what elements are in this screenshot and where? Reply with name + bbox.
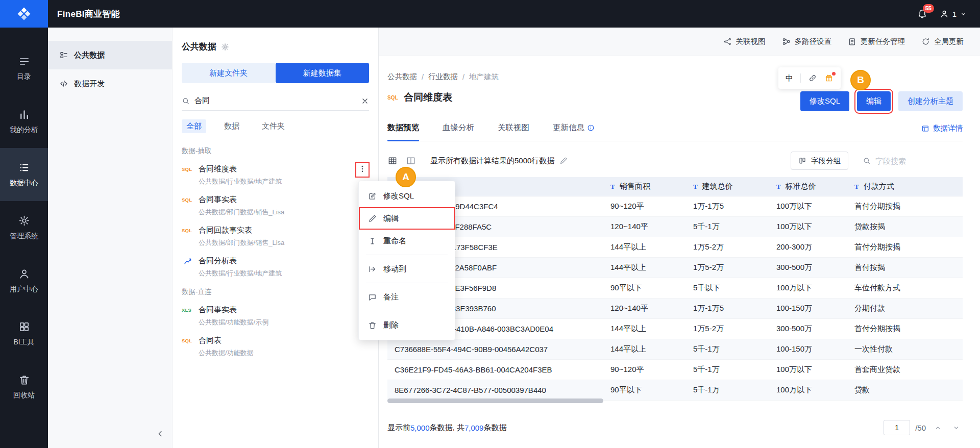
action-button-edit[interactable]: 编辑	[857, 91, 891, 111]
filter-tab-all[interactable]: 全部	[182, 119, 206, 133]
column-header[interactable]: T建筑总价	[686, 177, 769, 196]
menu-divider	[366, 283, 448, 283]
more-options-button[interactable]	[358, 164, 367, 175]
total-count: 7,009	[464, 424, 484, 432]
toolbar-global-update[interactable]: 全局更新	[921, 37, 964, 46]
dataset-name: 合同事实表	[199, 195, 237, 205]
gear-icon[interactable]	[221, 43, 229, 51]
toolbar-multipath-settings[interactable]: 多路径设置	[782, 37, 832, 46]
chevron-down-icon[interactable]	[949, 421, 963, 434]
toolbar-update-task[interactable]: 更新任务管理	[848, 37, 905, 46]
chart-type-icon	[182, 257, 194, 266]
menu-item-delete[interactable]: 删除	[359, 314, 455, 336]
table-cell: 300-500万	[769, 258, 847, 278]
global-update-icon	[921, 37, 930, 46]
data-details-label: 数据详情	[933, 123, 963, 133]
table-cell: 车位付款方式	[847, 278, 963, 298]
dataset-item[interactable]: XLS合同事实表公共数据/功能数据/示例	[182, 305, 369, 327]
sidebar-item-my-analysis[interactable]: 我的分析	[0, 95, 48, 148]
sidebar-item-catalog[interactable]: 目录	[0, 42, 48, 95]
card-view-icon[interactable]	[406, 156, 416, 166]
menu-item-rename[interactable]: 重命名	[359, 230, 455, 252]
table-row[interactable]: -46E1-A729-0016F288FA5C120~140平5千-1万100万…	[387, 217, 963, 237]
sidebar-item-user-center[interactable]: 用户中心	[0, 254, 48, 307]
dataset-item[interactable]: SQL合同回款事实表公共数据/部门数据/销售_Lisa	[182, 226, 369, 247]
sidebar-item-data-center[interactable]: 数据中心	[0, 148, 48, 201]
data-details-link[interactable]: 数据详情	[921, 123, 963, 133]
toolbar-action-label: 全局更新	[934, 37, 964, 46]
field-group-button[interactable]: 字段分组	[791, 152, 848, 170]
new-folder-button[interactable]: 新建文件夹	[182, 63, 276, 83]
table-row[interactable]: 8E677266-3C72-4C87-B577-00500397B44090平以…	[387, 380, 963, 401]
menu-item-modify-sql[interactable]: 修改SQL	[359, 185, 455, 207]
tab-relation-view[interactable]: 关联视图	[498, 122, 529, 141]
dataset-filter-tabs: 全部数据文件夹	[182, 116, 369, 137]
action-button-create-analysis[interactable]: 创建分析主题	[898, 91, 963, 111]
dataset-name: 合同回款事实表	[199, 226, 252, 235]
sidebar-item-recycle-bin[interactable]: 回收站	[0, 360, 48, 413]
collapse-panel-button[interactable]	[156, 429, 165, 440]
menu-item-edit[interactable]: 编辑	[359, 207, 455, 230]
menu-item-label: 修改SQL	[383, 191, 414, 201]
table-row[interactable]: C36E21F9-FD45-46A3-BB61-004CA204F3EB90~1…	[387, 360, 963, 380]
annotation-marker-a: A	[396, 167, 416, 187]
close-icon[interactable]	[361, 97, 369, 105]
table-row[interactable]: C736688E-55F4-494C-90B9-00456A42C037144平…	[387, 339, 963, 360]
table-row[interactable]: F-4354-BA69-0009D44C3FC490~120平1万-1万5100…	[387, 196, 963, 217]
breadcrumb-item[interactable]: 地产建筑	[469, 72, 499, 82]
dataset-item[interactable]: SQL合同表公共数据/功能数据	[182, 336, 369, 358]
chevron-up-icon[interactable]	[931, 421, 944, 434]
link-icon[interactable]	[808, 73, 817, 83]
table-row[interactable]: DF9AB55C-B023-410B-A846-003BC3AD0E04144平…	[387, 319, 963, 339]
notifications-button[interactable]: 55	[917, 8, 927, 20]
gift-icon[interactable]	[824, 73, 834, 83]
user-menu[interactable]: 1	[940, 9, 967, 18]
field-search-input[interactable]	[875, 157, 977, 165]
page-input[interactable]	[884, 420, 910, 435]
filter-tab-data[interactable]: 数据	[219, 119, 244, 133]
dataset-search-input[interactable]	[194, 96, 356, 105]
breadcrumb-item[interactable]: 行业数据	[428, 72, 458, 82]
column-header[interactable]: T付款方式	[847, 177, 963, 196]
row-count-info: 显示所有数据计算结果的5000行数据	[430, 156, 554, 166]
main-toolbar: 关联视图多路径设置更新任务管理全局更新	[379, 28, 980, 56]
menu-item-move-to[interactable]: 移动到	[359, 258, 455, 280]
toolbar-relation-view[interactable]: 关联视图	[723, 37, 766, 46]
filter-tab-folder[interactable]: 文件夹	[257, 119, 289, 133]
page-total: /50	[915, 424, 926, 432]
column-header[interactable]: T标准总价	[769, 177, 847, 196]
table-row[interactable]: F-4919-AD94-0033E393B760120~140平1万-1万510…	[387, 298, 963, 319]
finebi-logo[interactable]	[0, 0, 48, 28]
main-content: 关联视图多路径设置更新任务管理全局更新 公共数据/行业数据/地产建筑 SQL 合…	[379, 28, 980, 448]
catalog-icon	[18, 56, 30, 67]
dataset-item[interactable]: SQL合同事实表公共数据/部门数据/销售_Lisa	[182, 195, 369, 217]
text-type-icon: T	[610, 183, 615, 191]
table-view-icon[interactable]	[387, 156, 398, 166]
horizontal-scrollbar[interactable]	[387, 399, 603, 403]
sidebar-item-bi-tools[interactable]: BI工具	[0, 307, 48, 360]
tab-lineage-analysis[interactable]: 血缘分析	[443, 122, 474, 141]
menu-item-note[interactable]: 备注	[359, 286, 455, 308]
table-row[interactable]: 9-486D-BA77-00173F58CF3E144平以上1万5-2万200-…	[387, 237, 963, 258]
edit-pencil-icon[interactable]	[559, 157, 568, 165]
table-row[interactable]: 8-436E-A641-002E3F56F9D890平以下5千以下100万以下车…	[387, 278, 963, 298]
column-header[interactable]: T销售面积	[603, 177, 686, 196]
action-button-modify-sql[interactable]: 修改SQL	[800, 91, 849, 111]
dataset-item[interactable]: 合同分析表公共数据/行业数据/地产建筑	[182, 256, 369, 278]
table-row[interactable]: 7-429E-826A-0022A58F0ABF144平以上1万5-2万300-…	[387, 258, 963, 278]
language-button[interactable]: 中	[786, 73, 793, 83]
table-cell: 100万以下	[769, 196, 847, 217]
secondary-item-data-dev[interactable]: 数据开发	[48, 69, 172, 98]
table-cell: 贷款按揭	[847, 217, 963, 237]
dataset-item[interactable]: SQL合同维度表公共数据/行业数据/地产建筑	[182, 164, 369, 186]
notification-badge: 55	[923, 4, 934, 13]
secondary-item-public-data[interactable]: 公共数据	[48, 41, 172, 69]
tab-data-preview[interactable]: 数据预览	[387, 122, 419, 141]
breadcrumb-item[interactable]: 公共数据	[387, 72, 417, 82]
table-cell: 5千-1万	[686, 339, 769, 360]
dataset-path: 公共数据/行业数据/地产建筑	[182, 269, 369, 278]
tab-update-info[interactable]: 更新信息	[553, 122, 595, 141]
toolbar-action-label: 更新任务管理	[861, 37, 905, 46]
sidebar-item-admin-system[interactable]: 管理系统	[0, 201, 48, 254]
new-dataset-button[interactable]: 新建数据集	[276, 63, 370, 83]
